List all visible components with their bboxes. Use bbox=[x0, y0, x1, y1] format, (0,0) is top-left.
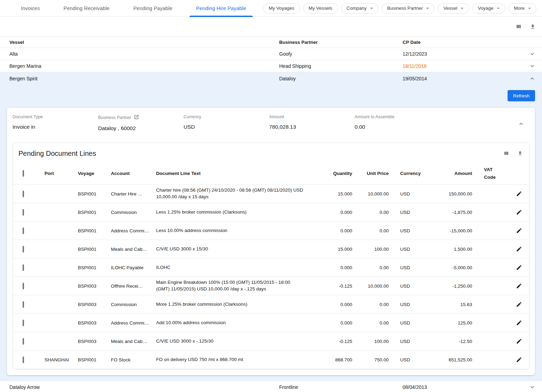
refresh-button[interactable]: Refresh bbox=[508, 90, 535, 101]
tab[interactable]: Pending Receivable bbox=[52, 0, 122, 17]
quantity-cell: 0.000 bbox=[321, 320, 352, 326]
summary-field: Document Type Invoice in bbox=[13, 114, 98, 131]
filter-pill-label: My Vessels bbox=[309, 6, 332, 11]
voyage-cell: BSPI003 bbox=[78, 320, 111, 326]
table-row-alta[interactable]: Alta Goofy 12/12/2023 bbox=[0, 48, 542, 60]
edit-icon[interactable] bbox=[502, 283, 524, 289]
account-cell: Commission bbox=[111, 302, 156, 307]
edit-icon[interactable] bbox=[502, 209, 524, 215]
chevron-down-icon[interactable] bbox=[523, 384, 542, 391]
filter-pill-label: Vessel bbox=[443, 6, 457, 11]
column-header-vessel: Vessel bbox=[9, 40, 279, 45]
download-icon[interactable] bbox=[517, 151, 523, 156]
lines-table-header: Port Voyage Account Document Line Text Q… bbox=[13, 162, 529, 185]
tab[interactable]: Pending Payable bbox=[121, 0, 184, 17]
row-checkbox[interactable] bbox=[23, 320, 24, 326]
document-line-row: BSPI001 Meals and Cab… C/V/E USD 3000 x … bbox=[13, 240, 529, 258]
tab-label: Pending Hire Payable bbox=[196, 6, 246, 11]
quantity-cell: 15.000 bbox=[321, 247, 352, 252]
row-checkbox[interactable] bbox=[23, 301, 24, 308]
collapse-chevron-up-icon[interactable] bbox=[518, 120, 525, 128]
unit-price-cell: 0.00 bbox=[352, 210, 389, 215]
voyage-cell: BSPI003 bbox=[78, 339, 111, 344]
voyage-cell: BSPI001 bbox=[78, 357, 111, 362]
row-checkbox[interactable] bbox=[23, 191, 24, 197]
filter-pill[interactable]: Voyage bbox=[472, 3, 505, 14]
edit-icon[interactable] bbox=[502, 246, 524, 252]
document-line-row: BSPI001 Address Commi… Less 10.00% addre… bbox=[13, 222, 529, 240]
filter-pill[interactable]: Business Partner bbox=[382, 3, 435, 14]
edit-icon[interactable] bbox=[502, 357, 524, 363]
tab-bar: Invoices Pending Receivable Pending Paya… bbox=[9, 0, 258, 17]
open-in-new-icon[interactable] bbox=[134, 114, 139, 121]
table-row-bergen-spirit[interactable]: Bergen Spirit Dataloy 19/05/2014 bbox=[0, 72, 542, 85]
download-icon[interactable] bbox=[530, 24, 536, 30]
filter-pill[interactable]: Vessel bbox=[438, 3, 469, 14]
quantity-cell: 0.000 bbox=[321, 228, 352, 233]
amount-cell: -12.50 bbox=[420, 339, 472, 344]
document-line-text-cell: C/V/E USD 3000 x 15/30 bbox=[156, 246, 321, 253]
business-partner-cell: Head Shipping bbox=[279, 63, 403, 69]
account-cell: Meals and Cab… bbox=[111, 247, 156, 252]
document-line-text-cell: C/V/E USD 3000 x -.125/30 bbox=[156, 338, 321, 345]
chevron-up-icon[interactable] bbox=[523, 75, 542, 82]
chevron-down-icon[interactable] bbox=[523, 63, 542, 70]
quantity-cell: -0.125 bbox=[321, 339, 352, 344]
edit-icon[interactable] bbox=[502, 320, 524, 326]
cp-date-cell: 19/05/2014 bbox=[403, 76, 523, 81]
quantity-cell: 0.000 bbox=[321, 210, 352, 215]
chevron-down-icon[interactable] bbox=[523, 50, 542, 57]
account-cell: Charter Hire … bbox=[111, 191, 156, 197]
filter-bar: My Voyages My Vessels Company Business P… bbox=[260, 3, 536, 14]
vessel-cell: Alta bbox=[9, 51, 279, 57]
pending-document-lines-title: Pending Document Lines bbox=[18, 150, 96, 157]
table-row-bergen-marina[interactable]: Bergen Marina Head Shipping 18/11/2018 bbox=[0, 60, 542, 72]
document-line-row: BSPI003 Offhire Recei… Main Engine Break… bbox=[13, 277, 529, 295]
row-checkbox[interactable] bbox=[23, 283, 24, 289]
summary-field-value: Invoice in bbox=[13, 124, 98, 130]
row-checkbox[interactable] bbox=[23, 357, 24, 363]
account-cell: ILOHC Payable bbox=[111, 265, 156, 270]
columns-icon[interactable] bbox=[516, 24, 521, 30]
account-cell: Meals and Cab… bbox=[111, 339, 156, 344]
vessel-table-header: Vessel Business Partner CP Date bbox=[0, 37, 542, 48]
summary-field-value: 780,028.13 bbox=[269, 124, 355, 130]
tab-label: Pending Payable bbox=[133, 6, 172, 11]
summary-field: Amount 780,028.13 bbox=[269, 114, 355, 131]
unit-price-cell: 0.00 bbox=[352, 302, 389, 307]
row-checkbox[interactable] bbox=[23, 209, 24, 216]
edit-icon[interactable] bbox=[502, 227, 524, 234]
unit-price-cell: 10,000.00 bbox=[352, 191, 389, 197]
tab[interactable]: Invoices bbox=[9, 0, 52, 17]
filter-pill[interactable]: More bbox=[508, 3, 536, 14]
document-line-text-cell: FO on delivery USD 750 /mt x 868.700 mt bbox=[156, 357, 321, 363]
chevron-down-icon bbox=[497, 8, 500, 9]
row-checkbox[interactable] bbox=[23, 264, 24, 271]
filter-pill[interactable]: My Vessels bbox=[303, 3, 338, 14]
columns-icon[interactable] bbox=[503, 151, 509, 156]
edit-icon[interactable] bbox=[502, 264, 524, 271]
column-header-unit-price: Unit Price bbox=[352, 170, 389, 177]
vessel-cell: Bergen Spirit bbox=[9, 76, 279, 81]
currency-cell: USD bbox=[389, 265, 420, 270]
document-line-row: BSPI003 Commission More 1.25% broker com… bbox=[13, 295, 529, 314]
table-row-dataloy-arrow[interactable]: Dataloy Arrow Frontline 08/04/2013 bbox=[0, 381, 542, 392]
filter-pill-label: My Voyages bbox=[269, 6, 294, 11]
select-all-checkbox[interactable] bbox=[23, 170, 24, 177]
edit-icon[interactable] bbox=[502, 338, 524, 344]
currency-cell: USD bbox=[389, 320, 420, 326]
tab[interactable]: Pending Hire Payable bbox=[184, 0, 258, 17]
voyage-cell: BSPI001 bbox=[78, 247, 111, 252]
edit-icon[interactable] bbox=[502, 191, 524, 197]
document-line-row: BSPI003 Meals and Cab… C/V/E USD 3000 x … bbox=[13, 332, 529, 351]
row-checkbox[interactable] bbox=[23, 338, 24, 345]
filter-pill[interactable]: My Voyages bbox=[263, 3, 300, 14]
filter-pill[interactable]: Company bbox=[341, 3, 379, 14]
unit-price-cell: 100.00 bbox=[352, 339, 389, 344]
edit-icon[interactable] bbox=[502, 301, 524, 307]
summary-field-label: Business Partner bbox=[98, 115, 131, 120]
summary-field-value: USD bbox=[184, 124, 269, 130]
row-checkbox[interactable] bbox=[23, 246, 24, 253]
chevron-down-icon bbox=[426, 8, 429, 9]
row-checkbox[interactable] bbox=[23, 227, 24, 234]
